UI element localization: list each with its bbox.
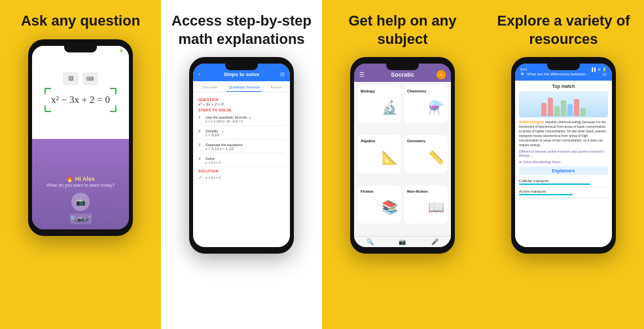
nonfiction-emoji: 📖 (428, 199, 444, 215)
phone-screen-3: ☰ Socratic A Biology 🔬 Chemistry ⚗️ (354, 64, 451, 247)
subject-fiction-img: 📚 (361, 195, 398, 220)
bar-3 (554, 106, 560, 116)
nav-search-icon[interactable]: 🔍 (70, 216, 77, 222)
nav-search-icon-3[interactable]: 🔍 (367, 239, 374, 245)
step-content-3: Separate the equations z = 3+1/2 z = 3−1… (206, 143, 243, 151)
explainer-cellular-name: Cellular transport (519, 179, 549, 183)
bookmark-icon[interactable]: ⊡ (280, 71, 285, 77)
subject-chemistry[interactable]: Chemistry ⚗️ (404, 85, 448, 123)
explainer-active[interactable]: Active transport (519, 187, 608, 198)
chevron-2[interactable]: ∨ (221, 129, 224, 134)
screen2-content: QUESTION x² − 3x + 2 = 0 STEPS TO SOLVE … (193, 92, 290, 247)
user-avatar: A (437, 70, 446, 79)
panel3-title: Get help on any subject (329, 12, 476, 48)
bar-7 (581, 108, 586, 116)
step-num-3: 3 (198, 143, 204, 147)
screen1-toolbar: 🖼 ⌨ (63, 72, 98, 85)
explainer-bar-1 (519, 184, 590, 185)
toolbar-btn-scan[interactable]: ⌨ (82, 72, 98, 85)
explainers-label: Explainers (519, 166, 608, 175)
steps-label: STEPS TO SOLVE (198, 108, 285, 112)
phone-screen-2: ‹ Steps to solve ⊡ Overview Quadratic fo… (193, 64, 290, 247)
panel-step-by-step: Access step-by-step math explanations ‹ … (161, 0, 322, 329)
step-2: 2 Simplify z = 3±1/2 ∨ (198, 127, 285, 140)
subject-fiction-name: Fiction (361, 189, 398, 193)
fiction-emoji: 📚 (382, 199, 398, 215)
subject-algebra[interactable]: Algebra 📐 (357, 135, 401, 173)
tab-quadratic[interactable]: Quadratic formula (226, 84, 262, 92)
article-source[interactable]: ⊕ Online Microbiology Notes (519, 160, 608, 164)
phone-mockup-1: 9:41 ▌▌ ≋ 🔋 🖼 ⌨ x² − 3x + 2 = 0 🔥 Hi Ale… (28, 39, 133, 236)
bar-2 (548, 98, 553, 116)
subject-biology-name: Biology (361, 89, 398, 93)
toolbar-btn-image[interactable]: 🖼 (63, 72, 79, 85)
subject-geometry-name: Geometry (407, 139, 444, 143)
phone-notch-2 (225, 64, 258, 70)
panel1-title: Ask any question (21, 12, 140, 30)
explainer-active-name: Active transport (519, 189, 546, 193)
subject-algebra-name: Algebra (361, 139, 398, 143)
subject-nonfiction[interactable]: Non-fiction 📖 (404, 185, 448, 223)
step-num-1: 1 (198, 115, 204, 119)
top-match-chart (519, 91, 608, 117)
phone-screen-1: 9:41 ▌▌ ≋ 🔋 🖼 ⌨ x² − 3x + 2 = 0 🔥 Hi Ale… (32, 46, 129, 229)
nav-camera-icon[interactable]: 📷 (77, 216, 84, 222)
step-content-2: Simplify z = 3±1/2 (206, 129, 219, 137)
camera-button[interactable]: 📷 (71, 193, 90, 211)
phone-screen-4: 9:41 ▌▌ ≋ 🔋 ✕ What are the differences b… (515, 64, 612, 247)
math-equation: x² − 3x + 2 = 0 (51, 94, 110, 106)
nav-camera-icon-3[interactable]: 📷 (399, 239, 406, 245)
nav-mic-icon[interactable]: 🎤 (84, 216, 92, 222)
step-4: 4 Solve z = 2 z = 1 (198, 155, 285, 167)
step-num-4: 4 (198, 157, 204, 161)
equation-area: 🖼 ⌨ x² − 3x + 2 = 0 (32, 46, 129, 139)
chevron-1[interactable]: ∨ (249, 115, 251, 120)
corner-bl (45, 106, 51, 112)
phone-mockup-2: ‹ Steps to solve ⊡ Overview Quadratic fo… (189, 57, 294, 254)
screen4-content: Top match Active transport requires chem… (515, 81, 612, 247)
solution-label: SOLUTION (198, 169, 285, 173)
chart-container (519, 91, 608, 117)
phone-notch-3 (386, 64, 419, 70)
phone-mockup-4: 9:41 ▌▌ ≋ 🔋 ✕ What are the differences b… (511, 57, 616, 254)
article-text: Active transport requires chemical energ… (519, 120, 608, 147)
checkmark-icon: ✓ (198, 174, 203, 180)
step-content-4: Solve z = 2 z = 1 (206, 157, 221, 164)
phone-notch-4 (547, 64, 580, 70)
greeting-subtext: What do you want to learn today? (46, 183, 115, 187)
subject-fiction[interactable]: Fiction 📚 (357, 185, 401, 223)
nav-mic-icon-3[interactable]: 🎤 (431, 239, 438, 245)
greeting-text: 🔥 Hi Alex (66, 176, 95, 182)
subject-biology[interactable]: Biology 🔬 (357, 85, 401, 123)
explainer-cellular[interactable]: Cellular transport (519, 177, 608, 187)
step-1: 1 Use the quadratic formula z = (−(−3)±√… (198, 113, 285, 126)
panel4-title: Explore a variety of resources (490, 12, 637, 48)
screen3-nav: 🔍 📷 🎤 (354, 236, 451, 247)
active-transport-highlight: Active transport (519, 120, 544, 124)
subject-biology-img: 🔬 (361, 95, 398, 119)
corner-tl (45, 88, 51, 94)
screen1-nav: 🔍 📷 🎤 (70, 214, 92, 224)
equation-wrapper: x² − 3x + 2 = 0 (45, 88, 116, 112)
back-icon[interactable]: ‹ (198, 71, 200, 77)
subject-chemistry-name: Chemistry (407, 89, 444, 93)
subject-geometry[interactable]: Geometry 📏 (404, 135, 448, 173)
subject-nonfiction-name: Non-fiction (407, 189, 444, 193)
bar-4 (561, 100, 566, 116)
question-label: QUESTION (198, 98, 285, 102)
corner-br (110, 106, 116, 112)
menu-icon[interactable]: ☰ (359, 71, 365, 78)
subject-grid: Biology 🔬 Chemistry ⚗️ Algebra 📐 (354, 82, 451, 236)
panel2-title: Access step-by-step math explanations (168, 12, 315, 48)
tab-overview[interactable]: Overview (199, 84, 219, 92)
biology-emoji: 🔬 (382, 100, 398, 115)
article-link: Difference between active transport and … (519, 149, 608, 157)
step-num-2: 2 (198, 129, 204, 133)
subject-nonfiction-img: 📖 (407, 195, 444, 220)
phone-notch-1 (64, 46, 97, 52)
question-equation: x² − 3x + 2 = 0 (198, 102, 285, 106)
tab-factor[interactable]: Factor (269, 84, 284, 92)
step-3: 3 Separate the equations z = 3+1/2 z = 3… (198, 141, 285, 153)
bar-6 (574, 99, 579, 116)
chemistry-emoji: ⚗️ (428, 100, 444, 115)
